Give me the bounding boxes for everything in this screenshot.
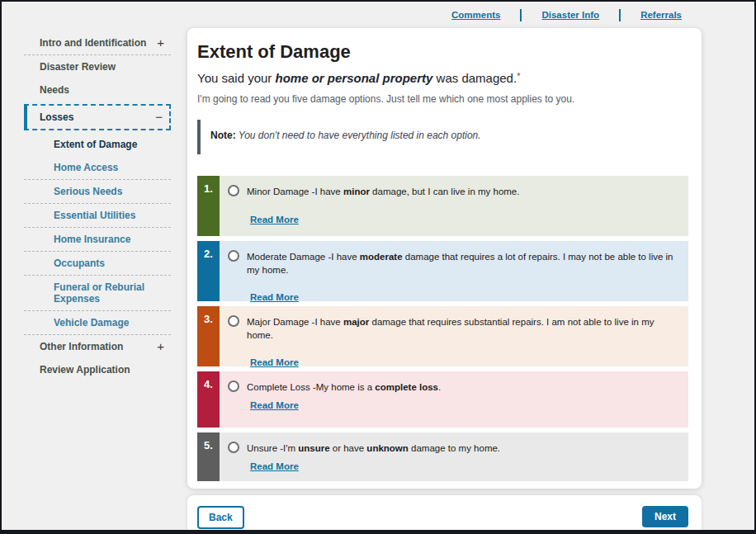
option-text: Unsure -I'm unsure or have unknown damag… [247, 442, 500, 456]
read-more-link[interactable]: Read More [250, 292, 299, 302]
sidebar-item-home-insurance[interactable]: Home Insurance [24, 228, 171, 252]
nav-link-disaster-info[interactable]: Disaster Info [541, 10, 599, 20]
sidebar-item-label: Extent of Damage [54, 139, 137, 150]
read-more-link[interactable]: Read More [250, 215, 299, 224]
radio-button[interactable] [228, 380, 239, 392]
sidebar-item-label: Home Insurance [54, 234, 130, 245]
option-number-badge: 1. [197, 176, 220, 236]
sidebar-item-extent-of-damage[interactable]: Extent of Damage [24, 133, 171, 156]
question-lead: You said your home or personal property … [197, 71, 688, 85]
option-row-2: 2.Moderate Damage -I have moderate damag… [197, 241, 688, 301]
option-body: Moderate Damage -I have moderate damage … [220, 241, 688, 301]
expand-icon[interactable]: + [157, 39, 164, 47]
back-button[interactable]: Back [197, 506, 244, 529]
footer-action-bar: Back Next [187, 495, 702, 532]
option-label[interactable]: Moderate Damage -I have moderate damage … [228, 251, 678, 276]
option-label[interactable]: Minor Damage -I have minor damage, but I… [228, 186, 678, 199]
option-number-badge: 3. [197, 306, 220, 366]
app-window: { "colors": { "accent": "#1070a4", "page… [0, 0, 756, 534]
sidebar-item-label: Intro and Identification [40, 37, 146, 49]
option-row-4: 4.Complete Loss -My home is a complete l… [197, 371, 688, 428]
note-label: Note: [210, 130, 236, 141]
radio-button[interactable] [228, 250, 239, 262]
sidebar-item-label: Other Information [40, 341, 123, 352]
radio-button[interactable] [228, 442, 239, 453]
sidebar-item-serious-needs[interactable]: Serious Needs [24, 180, 171, 204]
collapse-icon[interactable]: − [155, 113, 163, 121]
nav-separator [619, 9, 621, 21]
note-text: You don't need to have everything listed… [236, 130, 481, 141]
lead-prefix: You said your [197, 71, 276, 85]
read-more-link[interactable]: Read More [250, 357, 299, 367]
page-title: Extent of Damage [197, 41, 688, 63]
sidebar-item-label: Vehicle Damage [54, 317, 129, 328]
option-row-1: 1.Minor Damage -I have minor damage, but… [197, 176, 688, 236]
sidebar-item-label: Funeral or Reburial Expenses [54, 281, 144, 305]
sidebar-item-vehicle-damage[interactable]: Vehicle Damage [24, 311, 171, 335]
sidebar-item-intro-and-identification[interactable]: Intro and Identification+ [24, 31, 171, 55]
option-number-badge: 5. [197, 432, 220, 481]
sidebar-item-losses[interactable]: Losses− [24, 104, 171, 130]
sidebar-item-label: Review Application [40, 364, 130, 376]
next-button[interactable]: Next [642, 506, 688, 527]
option-label[interactable]: Major Damage -I have major damage that r… [228, 316, 678, 342]
sidebar-item-occupants[interactable]: Occupants [24, 252, 171, 276]
option-body: Complete Loss -My home is a complete los… [220, 371, 688, 428]
expand-icon[interactable]: + [157, 343, 164, 351]
nav-link-comments[interactable]: Comments [451, 10, 500, 20]
radio-button[interactable] [228, 185, 239, 196]
option-body: Major Damage -I have major damage that r… [220, 306, 688, 366]
nav-separator [520, 9, 522, 21]
read-more-link[interactable]: Read More [250, 400, 299, 410]
option-body: Unsure -I'm unsure or have unknown damag… [220, 432, 688, 481]
sidebar-item-disaster-review[interactable]: Disaster Review [24, 55, 171, 78]
sidebar-item-label: Disaster Review [40, 61, 116, 73]
sidebar-item-label: Essential Utilities [54, 210, 135, 221]
option-label[interactable]: Complete Loss -My home is a complete los… [228, 381, 678, 395]
option-number-badge: 2. [197, 241, 220, 301]
option-text: Minor Damage -I have minor damage, but I… [247, 186, 519, 199]
damage-options-list: 1.Minor Damage -I have minor damage, but… [197, 176, 688, 481]
instruction-text: I'm going to read you five damage option… [197, 93, 688, 105]
nav-link-referrals[interactable]: Referrals [640, 10, 682, 20]
sidebar-item-funeral-or-reburial-expenses[interactable]: Funeral or Reburial Expenses [24, 276, 171, 311]
option-text: Moderate Damage -I have moderate damage … [247, 251, 678, 276]
sidebar-item-review-application[interactable]: Review Application [24, 358, 171, 381]
sidebar-item-needs[interactable]: Needs [24, 78, 171, 102]
sidebar-item-label: Home Access [54, 162, 118, 173]
option-body: Minor Damage -I have minor damage, but I… [220, 176, 688, 236]
option-row-5: 5.Unsure -I'm unsure or have unknown dam… [197, 432, 688, 481]
lead-emphasis: home or personal property [276, 71, 433, 85]
sidebar-item-home-access[interactable]: Home Access [24, 156, 171, 180]
sidebar-item-label: Occupants [54, 258, 105, 269]
note-box: Note: You don't need to have everything … [197, 120, 688, 154]
option-row-3: 3.Major Damage -I have major damage that… [197, 306, 688, 366]
option-label[interactable]: Unsure -I'm unsure or have unknown damag… [228, 442, 678, 456]
required-marker: * [517, 71, 520, 81]
sidebar-item-essential-utilities[interactable]: Essential Utilities [24, 204, 171, 228]
option-text: Complete Loss -My home is a complete los… [247, 381, 441, 395]
lead-suffix: was damaged. [432, 71, 517, 85]
sidebar-item-label: Serious Needs [54, 186, 122, 197]
radio-button[interactable] [228, 315, 239, 327]
main-content-card: Extent of Damage You said your home or p… [187, 28, 702, 489]
option-number-badge: 4. [197, 371, 220, 428]
option-text: Major Damage -I have major damage that r… [247, 316, 678, 342]
sidebar-item-label: Needs [40, 84, 69, 96]
top-nav: CommentsDisaster InfoReferrals [2, 2, 754, 28]
sidebar-nav: Intro and Identification+Disaster Review… [24, 31, 171, 381]
read-more-link[interactable]: Read More [250, 461, 299, 471]
sidebar-item-label: Losses [40, 111, 73, 123]
sidebar-item-other-information[interactable]: Other Information+ [24, 335, 171, 358]
